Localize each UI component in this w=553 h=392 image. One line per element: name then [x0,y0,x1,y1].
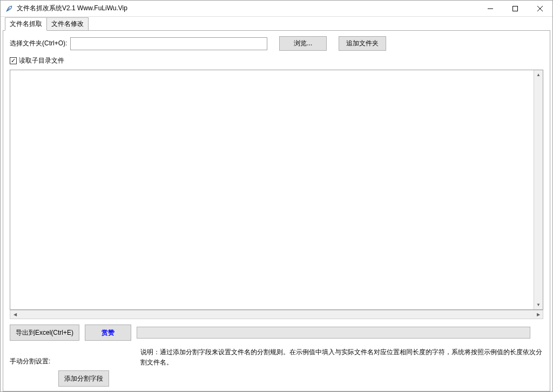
minimize-button[interactable] [478,1,503,16]
content-area: 文件名抓取 文件名修改 选择文件夹(Ctrl+O): 浏览... 追加文件夹 读… [1,17,552,391]
append-folder-button[interactable]: 追加文件夹 [339,36,386,51]
folder-input[interactable] [70,37,267,50]
manual-split-area: 手动分割设置: 添加分割字段 [10,346,136,387]
export-excel-button[interactable]: 导出到Excel(Ctrl+E) [10,325,79,341]
svg-rect-2 [513,6,518,11]
instruction-text: 说明：通过添加分割字段来设置文件名的分割规则。在示例值中填入与实际文件名对应位置… [140,346,543,368]
vertical-scrollbar[interactable]: ▲ ▼ [534,70,543,309]
add-split-field-button[interactable]: 添加分割字段 [58,370,109,387]
tab-modify[interactable]: 文件名修改 [46,17,89,30]
bottom-section: 手动分割设置: 添加分割字段 说明：通过添加分割字段来设置文件名的分割规则。在示… [10,346,543,387]
export-row: 导出到Excel(Ctrl+E) 赏赞 [10,325,543,341]
titlebar: 文件名抓改系统V2.1 Www.FuLiWu.Vip [1,1,552,17]
app-icon [5,4,14,13]
scroll-left-icon[interactable]: ◀ [10,310,19,319]
folder-row: 选择文件夹(Ctrl+O): 浏览... 追加文件夹 [10,36,543,51]
horizontal-scrollbar[interactable]: ◀ ▶ [10,310,543,319]
window-controls [478,1,552,16]
maximize-button[interactable] [503,1,528,16]
read-subdir-checkbox[interactable] [10,57,17,64]
folder-label: 选择文件夹(Ctrl+O): [10,39,67,48]
app-window: 文件名抓改系统V2.1 Www.FuLiWu.Vip 文件名抓取 文件名修改 选… [0,0,553,392]
file-list-area: ▲ ▼ [10,70,543,310]
scroll-up-icon[interactable]: ▲ [534,70,543,79]
read-subdir-label: 读取子目录文件 [19,56,64,65]
scroll-right-icon[interactable]: ▶ [534,310,543,319]
donate-button[interactable]: 赏赞 [85,325,131,341]
progress-bar [137,327,530,339]
close-button[interactable] [528,1,552,16]
window-title: 文件名抓改系统V2.1 Www.FuLiWu.Vip [17,4,478,13]
tabs: 文件名抓取 文件名修改 [5,18,550,30]
read-subdir-row: 读取子目录文件 [10,56,543,65]
file-listbox[interactable] [10,70,534,309]
browse-button[interactable]: 浏览... [279,36,327,51]
tab-extract[interactable]: 文件名抓取 [5,17,47,31]
manual-split-label: 手动分割设置: [10,357,136,366]
tab-panel-extract: 选择文件夹(Ctrl+O): 浏览... 追加文件夹 读取子目录文件 ▲ ▼ ◀ [3,30,550,391]
scroll-down-icon[interactable]: ▼ [534,300,543,309]
